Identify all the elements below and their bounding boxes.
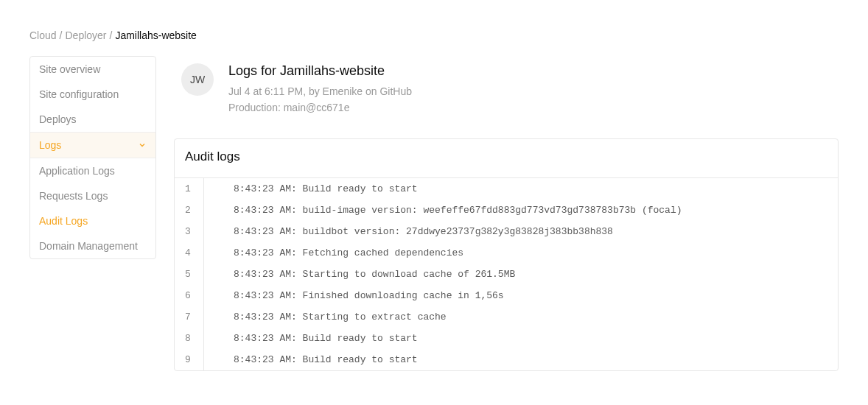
log-row: 88:43:23 AM: Build ready to start: [175, 328, 838, 349]
log-row: 48:43:23 AM: Fetching cached dependencie…: [175, 242, 838, 264]
log-message: 8:43:23 AM: build-image version: weefeff…: [204, 200, 691, 221]
sidebar-item-label: Logs: [39, 139, 61, 151]
sidebar-item-requests-logs[interactable]: Requests Logs: [30, 183, 155, 208]
avatar: JW: [181, 63, 214, 96]
breadcrumb-current: Jamillahs-website: [115, 29, 196, 41]
log-message: 8:43:23 AM: Fetching cached dependencies: [204, 242, 472, 264]
log-row: 58:43:23 AM: Starting to download cache …: [175, 264, 838, 285]
log-line-number: 9: [175, 349, 204, 370]
log-line-number: 7: [175, 306, 204, 328]
log-row: 28:43:23 AM: build-image version: weefef…: [175, 200, 838, 221]
log-row: 98:43:23 AM: Build ready to start: [175, 349, 838, 370]
page-header: JW Logs for Jamillahs-website Jul 4 at 6…: [174, 56, 839, 138]
log-message: 8:43:23 AM: Build ready to start: [204, 178, 427, 200]
deploy-meta: Jul 4 at 6:11 PM, by Emenike on GitHub: [228, 83, 412, 99]
sidebar-item-label: Deploys: [39, 113, 77, 125]
log-row: 38:43:23 AM: buildbot version: 27ddwye23…: [175, 221, 838, 242]
log-message: 8:43:23 AM: Starting to extract cache: [204, 306, 455, 328]
log-message: 8:43:23 AM: Finished downloading cache i…: [204, 285, 513, 306]
log-line-number: 2: [175, 200, 204, 221]
sidebar-item-domain-management[interactable]: Domain Management: [30, 233, 155, 258]
sidebar-item-label: Requests Logs: [39, 190, 108, 202]
log-line-number: 4: [175, 242, 204, 264]
sidebar-item-label: Site configuration: [39, 88, 119, 100]
log-message: 8:43:23 AM: Starting to download cache o…: [204, 264, 524, 285]
chevron-down-icon: [138, 141, 147, 149]
sidebar-item-site-overview[interactable]: Site overview: [30, 57, 155, 82]
sidebar-item-label: Application Logs: [39, 165, 115, 177]
log-message: 8:43:23 AM: Build ready to start: [204, 328, 427, 349]
log-row: 18:43:23 AM: Build ready to start: [175, 178, 838, 200]
breadcrumb: Cloud/Deployer/Jamillahs-website: [29, 29, 839, 41]
sidebar-item-deploys[interactable]: Deploys: [30, 107, 155, 132]
sidebar-item-application-logs[interactable]: Application Logs: [30, 158, 155, 183]
log-table: 18:43:23 AM: Build ready to start 28:43:…: [175, 177, 838, 370]
breadcrumb-sep: /: [110, 29, 113, 41]
sidebar-item-label: Domain Management: [39, 240, 138, 252]
log-line-number: 8: [175, 328, 204, 349]
log-line-number: 3: [175, 221, 204, 242]
logs-panel: Audit logs 18:43:23 AM: Build ready to s…: [174, 138, 839, 371]
log-row: 78:43:23 AM: Starting to extract cache: [175, 306, 838, 328]
sidebar-item-audit-logs[interactable]: Audit Logs: [30, 208, 155, 233]
log-message: 8:43:23 AM: buildbot version: 27ddwye237…: [204, 221, 622, 242]
breadcrumb-item[interactable]: Deployer: [65, 29, 106, 41]
log-message: 8:43:23 AM: Build ready to start: [204, 349, 427, 370]
log-row: 68:43:23 AM: Finished downloading cache …: [175, 285, 838, 306]
log-line-number: 1: [175, 178, 204, 200]
sidebar-item-site-configuration[interactable]: Site configuration: [30, 82, 155, 107]
log-line-number: 6: [175, 285, 204, 306]
sidebar: Site overview Site configuration Deploys…: [29, 56, 156, 259]
sidebar-item-logs[interactable]: Logs: [30, 132, 155, 158]
sidebar-item-label: Audit Logs: [39, 215, 88, 227]
sidebar-item-label: Site overview: [39, 63, 100, 75]
logs-section-title: Audit logs: [175, 139, 838, 177]
breadcrumb-sep: /: [60, 29, 63, 41]
deploy-branch: Production: main@cc671e: [228, 99, 412, 116]
breadcrumb-item[interactable]: Cloud: [29, 29, 57, 41]
log-line-number: 5: [175, 264, 204, 285]
page-title: Logs for Jamillahs-website: [228, 63, 412, 79]
